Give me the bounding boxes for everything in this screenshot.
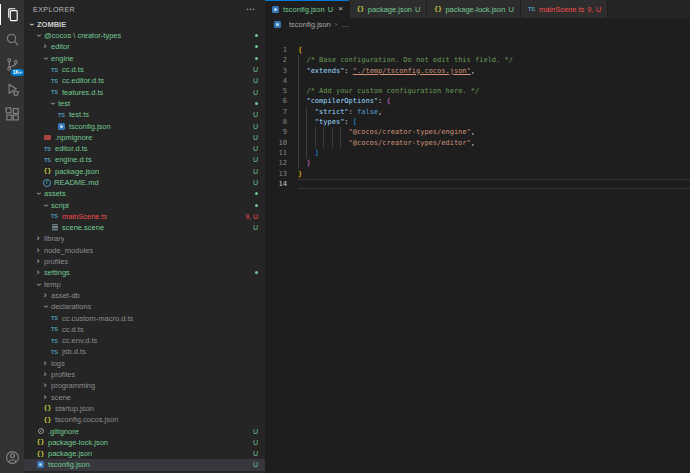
tree-file-item[interactable]: TSengine.d.tsU: [24, 154, 265, 165]
code-line: 6"compilerOptions": {: [265, 96, 690, 106]
chevron-down-icon[interactable]: ›: [41, 201, 50, 209]
breadcrumb-more[interactable]: …: [341, 20, 349, 29]
file-label: profiles: [51, 370, 75, 379]
tree-file-item[interactable]: {}package-lock.jsonU: [24, 437, 265, 448]
tree-folder-item[interactable]: ›node_modules: [24, 245, 265, 256]
chevron-down-icon[interactable]: ›: [41, 303, 50, 311]
chevron-right-icon[interactable]: ›: [41, 42, 49, 51]
chevron-right-icon[interactable]: ›: [41, 381, 49, 390]
breadcrumb[interactable]: tsconfig.json › …: [265, 18, 690, 31]
file-label: cc.d.ts: [62, 325, 84, 334]
close-icon[interactable]: ×: [338, 5, 343, 13]
tree-file-item[interactable]: TSfeatures.d.tsU: [24, 86, 265, 97]
tree-folder-item[interactable]: ›scene: [24, 392, 265, 403]
run-debug-icon[interactable]: [0, 77, 24, 102]
file-label: README.md: [54, 178, 99, 187]
typescript-icon: TS: [57, 110, 66, 119]
tree-folder-item[interactable]: ›script: [24, 199, 265, 210]
extensions-icon[interactable]: [0, 102, 24, 127]
tree-folder-item[interactable]: ›assets: [24, 188, 265, 199]
chevron-right-icon[interactable]: ›: [34, 268, 42, 277]
tree-folder-item[interactable]: ›declarations: [24, 301, 265, 312]
activity-bar: 1K+: [0, 0, 24, 473]
source-control-icon[interactable]: 1K+: [0, 52, 24, 77]
tree-folder-item[interactable]: ›asset-db: [24, 290, 265, 301]
explorer-icon[interactable]: [0, 2, 24, 27]
tree-file-item[interactable]: {}startup.json: [24, 403, 265, 414]
line-content: }: [298, 158, 690, 168]
chevron-right-icon[interactable]: ›: [34, 234, 42, 243]
code-editor[interactable]: 1{2/* Base configuration. Do not edit th…: [265, 31, 690, 473]
tree-file-item[interactable]: {}package.jsonU: [24, 166, 265, 177]
line-content: ]: [298, 148, 690, 158]
account-icon[interactable]: [0, 445, 24, 470]
tree-folder-item[interactable]: ›@cocos \ creator-types: [24, 30, 265, 41]
npm-icon: [43, 133, 52, 142]
search-icon[interactable]: [0, 27, 24, 52]
tree-file-item[interactable]: README.mdU: [24, 177, 265, 188]
chevron-right-icon[interactable]: ›: [34, 257, 42, 266]
chevron-down-icon[interactable]: ›: [48, 99, 57, 107]
chevron-right-icon[interactable]: ›: [41, 359, 49, 368]
typescript-icon: TS: [50, 347, 59, 356]
tree-folder-item[interactable]: ›profiles: [24, 369, 265, 380]
editor-tab[interactable]: {}package-lock.jsonU: [427, 0, 520, 18]
git-status-badge: U: [249, 111, 258, 118]
chevron-down-icon[interactable]: ›: [34, 280, 43, 288]
tree-folder-item[interactable]: ›programming: [24, 380, 265, 391]
tree-file-item[interactable]: .gitignoreU: [24, 425, 265, 436]
code-token: false: [357, 108, 378, 116]
breadcrumb-file[interactable]: tsconfig.json: [289, 20, 331, 29]
git-status-badge: U: [249, 224, 258, 231]
tree-file-item[interactable]: tsconfig.jsonU: [24, 459, 265, 470]
tree-file-item[interactable]: TScc.d.ts: [24, 324, 265, 335]
tab-label: package.json: [368, 5, 412, 14]
chevron-right-icon[interactable]: ›: [41, 393, 49, 402]
indent-guide: [306, 107, 314, 117]
section-header-root[interactable]: › ZOMBIE: [24, 18, 265, 30]
tree-folder-item[interactable]: ›temp: [24, 279, 265, 290]
tree-file-item[interactable]: TScc.env.d.ts: [24, 335, 265, 346]
editor-tab[interactable]: {}package.jsonU: [350, 0, 428, 18]
tree-file-item[interactable]: TScc.editor.d.tsU: [24, 75, 265, 86]
typescript-icon: TS: [50, 212, 59, 221]
json-braces-icon: {}: [356, 5, 365, 14]
chevron-down-icon[interactable]: ›: [34, 32, 43, 40]
line-number: 5: [265, 86, 287, 96]
chevron-down-icon[interactable]: ›: [41, 54, 50, 62]
tree-file-item[interactable]: {}package.jsonU: [24, 448, 265, 459]
chevron-right-icon[interactable]: ›: [41, 291, 49, 300]
json-braces-icon: {}: [43, 404, 52, 413]
tree-file-item[interactable]: TStest.tsU: [24, 109, 265, 120]
file-label: .gitignore: [48, 427, 79, 436]
chevron-right-icon[interactable]: ›: [41, 370, 49, 379]
chevron-down-icon[interactable]: ›: [34, 190, 43, 198]
tree-file-item[interactable]: TScc.d.tsU: [24, 64, 265, 75]
tree-file-item[interactable]: scene.sceneU: [24, 222, 265, 233]
editor-tab[interactable]: tsconfig.jsonU×: [265, 0, 350, 18]
tree-folder-item[interactable]: ›library: [24, 233, 265, 244]
tree-folder-item[interactable]: ›settings: [24, 267, 265, 278]
tree-file-item[interactable]: {}tsconfig.cocos.json: [24, 414, 265, 425]
tree-folder-item[interactable]: ›editor: [24, 41, 265, 52]
typescript-icon: TS: [527, 5, 536, 14]
tab-label: package-lock.json: [445, 5, 505, 14]
tree-file-item[interactable]: TSmainScene.ts9, U: [24, 211, 265, 222]
more-actions-icon[interactable]: ⋯: [246, 4, 256, 14]
json-braces-icon: {}: [36, 438, 45, 447]
tree-file-item[interactable]: TSjsb.d.ts: [24, 346, 265, 357]
tree-file-item[interactable]: TScc.custom-macro.d.ts: [24, 312, 265, 323]
chevron-right-icon[interactable]: ›: [34, 246, 42, 255]
tree-file-item[interactable]: tsconfig.jsonU: [24, 120, 265, 131]
indent-guide: [298, 117, 306, 127]
tree-folder-item[interactable]: ›engine: [24, 53, 265, 64]
code-token: {: [387, 97, 391, 105]
editor-tab[interactable]: TSmainScene.ts9, U: [521, 0, 608, 18]
tree-file-item[interactable]: .npmignoreU: [24, 132, 265, 143]
code-line: 10"@cocos/creator-types/editor",: [265, 138, 690, 148]
tree-file-item[interactable]: TSeditor.d.tsU: [24, 143, 265, 154]
tree-folder-item[interactable]: ›test: [24, 98, 265, 109]
tree-folder-item[interactable]: ›profiles: [24, 256, 265, 267]
tree-folder-item[interactable]: ›logs: [24, 358, 265, 369]
file-label: cc.editor.d.ts: [62, 76, 104, 85]
